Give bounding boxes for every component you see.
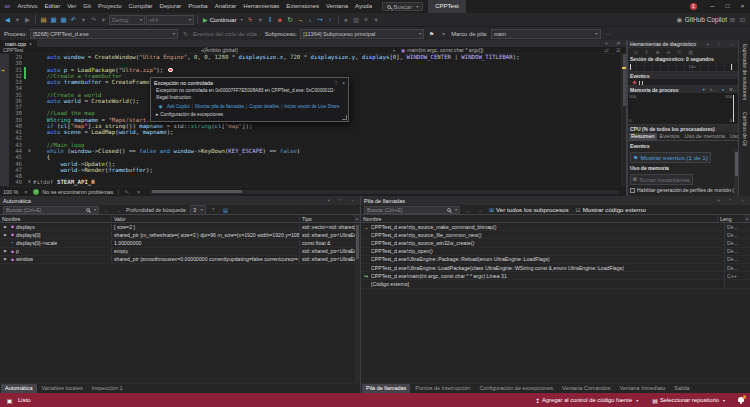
search-back-icon[interactable]: ←: [102, 207, 111, 213]
health-indicator-icon[interactable]: ✓: [33, 189, 39, 195]
heap-profiling-checkbox[interactable]: Habilitar generación de perfiles de mont…: [630, 187, 736, 193]
select-tool-icon[interactable]: ⊙: [631, 49, 640, 55]
minimize-button[interactable]: ─: [705, 0, 720, 13]
tab-output[interactable]: Salida: [670, 384, 693, 393]
step-over-icon[interactable]: ↪: [316, 16, 325, 24]
lifecycle-events-icon[interactable]: ↻: [181, 31, 190, 37]
menu-ver[interactable]: Ver: [64, 0, 80, 13]
stack-frame-combo[interactable]: main▾: [491, 29, 601, 39]
compare-icon[interactable]: ⇄: [602, 47, 611, 53]
redo-caret[interactable]: ▾: [99, 16, 108, 24]
exception-marker-icon[interactable]: [168, 68, 173, 73]
flag-caret[interactable]: ▾: [439, 31, 448, 37]
menu-ayuda[interactable]: Ayuda: [352, 0, 376, 13]
search-back-icon[interactable]: ←: [463, 207, 472, 213]
cpu-section-header[interactable]: CPU (% de todos los procesadores): [628, 125, 738, 132]
menu-ventana[interactable]: Ventana: [323, 0, 352, 13]
ask-copilot-link[interactable]: Ask Copilot: [167, 104, 190, 109]
diag-tab-eventos[interactable]: Eventos: [658, 133, 682, 140]
breadcrumb-member[interactable]: ▣ main(int argc, const char * argv[]): [401, 47, 484, 53]
step-out-icon[interactable]: ↑: [326, 16, 335, 23]
search-forward-icon[interactable]: →: [114, 207, 123, 213]
fold-icon[interactable]: ∨: [26, 179, 33, 185]
callstack-search[interactable]: Buscar (Ctrl+E)▾: [364, 206, 460, 214]
code-cleanup-caret[interactable]: ▾: [134, 189, 143, 195]
stop-icon[interactable]: ■: [276, 16, 285, 23]
copy-details-link[interactable]: Copiar detalles: [249, 104, 279, 109]
feedback-icon[interactable]: ⊡: [738, 16, 747, 24]
tab-main-cpp[interactable]: main.cpp ×: [0, 40, 37, 47]
expander-icon[interactable]: ▶: [2, 233, 9, 237]
stack-frame-row[interactable]: CPPTest_d.exe!UltraEngine::Package::Relo…: [361, 256, 750, 264]
autos-close-icon[interactable]: ×: [348, 198, 357, 203]
code-line[interactable]: 49∨#ifdef STEAM_API_H: [0, 179, 626, 185]
stack-frame-row[interactable]: →CPPTest_d.exe!zip_source_make_command_b…: [361, 223, 750, 231]
variable-row[interactable]: ▶◆displays[0]shared_ptr {m_refreshrate={…: [0, 231, 360, 239]
scrollbar-thumb[interactable]: [735, 152, 738, 176]
column-lenguaje[interactable]: Leng: [718, 215, 744, 222]
callstack-pin-icon[interactable]: ⊤: [726, 198, 735, 203]
tab-breakpoints[interactable]: Puntos de interrupción: [411, 384, 474, 393]
stack-frame-row[interactable]: ↪CPPTest_d.exe!main(int argc, const char…: [361, 272, 750, 280]
undo-icon[interactable]: ↶: [69, 16, 78, 24]
chart-icon[interactable]: ▥: [686, 49, 695, 55]
expander-icon[interactable]: ▶: [2, 249, 9, 253]
vs-logo-icon[interactable]: ∞: [0, 0, 14, 13]
series-dot-icon[interactable]: ●: [718, 87, 727, 92]
hex-display-icon[interactable]: T: [209, 207, 218, 213]
continue-button[interactable]: ▶Continuar▾: [201, 16, 245, 23]
select-repository-button[interactable]: ▤Seleccionar repositorio▾: [650, 397, 727, 404]
copilot-panel-icon[interactable]: ⊞: [728, 16, 737, 24]
restore-button[interactable]: □: [720, 0, 735, 13]
zoom-out-icon[interactable]: ⊖: [664, 49, 673, 55]
autos-search[interactable]: Buscar (Ctrl+E)▾: [3, 206, 99, 214]
breadcrumb-scope[interactable]: (Ámbito global) ▾: [203, 47, 395, 53]
scrollbar-thumb[interactable]: [356, 225, 359, 259]
events-section-header[interactable]: Eventos: [628, 72, 738, 79]
find-in-files-icon[interactable]: ≡: [362, 16, 371, 23]
notification-badge[interactable]: 1: [690, 3, 697, 10]
layers-icon[interactable]: ▤: [221, 207, 230, 213]
breakpoints-window-icon[interactable]: ●: [342, 16, 351, 23]
menu-extensiones[interactable]: Extensiones: [283, 0, 323, 13]
editor-horizontal-scrollbar[interactable]: [150, 190, 619, 194]
restart-icon[interactable]: ↻: [286, 16, 295, 24]
autos-pin-icon[interactable]: ⊤: [336, 198, 345, 203]
menu-prueba[interactable]: Prueba: [185, 0, 211, 13]
tab-solution-explorer[interactable]: Explorador de soluciones: [742, 44, 748, 100]
editor-vertical-scrollbar[interactable]: [621, 54, 626, 186]
callstack-caret[interactable]: ▾: [714, 198, 723, 203]
copilot-icon[interactable]: ◉: [675, 16, 684, 24]
show-events-button[interactable]: ⚑ Mostrar eventos (1 de 1): [630, 152, 711, 163]
solution-config-combo[interactable]: Debug▾: [109, 15, 145, 25]
process-combo[interactable]: [5268] CPPTest_d.exe▾: [30, 29, 178, 39]
tab-git-changes[interactable]: Cambios de Git: [742, 112, 748, 146]
export-icon[interactable]: ↥: [642, 49, 651, 55]
save-all-icon[interactable]: ▦: [59, 16, 68, 24]
diag-close-icon[interactable]: ×: [727, 42, 736, 47]
reset-view-icon[interactable]: ↻: [675, 49, 684, 55]
undo-caret[interactable]: ▾: [79, 16, 88, 24]
menu-depurar[interactable]: Depurar: [156, 0, 185, 13]
menu-git[interactable]: Git: [80, 0, 95, 13]
toolbar-overflow-icon[interactable]: ▾: [372, 16, 381, 24]
diag-caret[interactable]: ▾: [703, 42, 712, 47]
variable-row[interactable]: ▶◆windowshared_ptr {smoothmousex=0.00000…: [0, 256, 360, 264]
menu-proyecto[interactable]: Proyecto: [94, 0, 125, 13]
resize-grip[interactable]: [342, 115, 347, 120]
scrollbar-thumb[interactable]: [623, 54, 626, 106]
scroll-up-button[interactable]: ▴: [744, 215, 750, 222]
autos-caret[interactable]: ▾: [324, 198, 333, 203]
code-cleanup-icon[interactable]: ✎: [122, 189, 131, 195]
diag-tab-resumen[interactable]: Resumen: [629, 133, 657, 140]
nav-back-caret[interactable]: ▾: [13, 16, 22, 24]
depth-combo[interactable]: 3▾: [190, 205, 206, 215]
pin-icon[interactable]: ⊤: [334, 81, 338, 86]
column-valor[interactable]: Valor: [112, 215, 300, 222]
code-editor[interactable]: 29 auto window = CreateWindow("Ultra Eng…: [0, 54, 626, 186]
callstack-close-icon[interactable]: ×: [738, 198, 747, 203]
search-forward-icon[interactable]: →: [475, 207, 484, 213]
variable-row[interactable]: ▶◆displays[ size=2 ]std::vector<std::sha…: [0, 223, 360, 231]
tab-close-icon[interactable]: ×: [29, 41, 32, 47]
menu-editar[interactable]: Editar: [41, 0, 64, 13]
